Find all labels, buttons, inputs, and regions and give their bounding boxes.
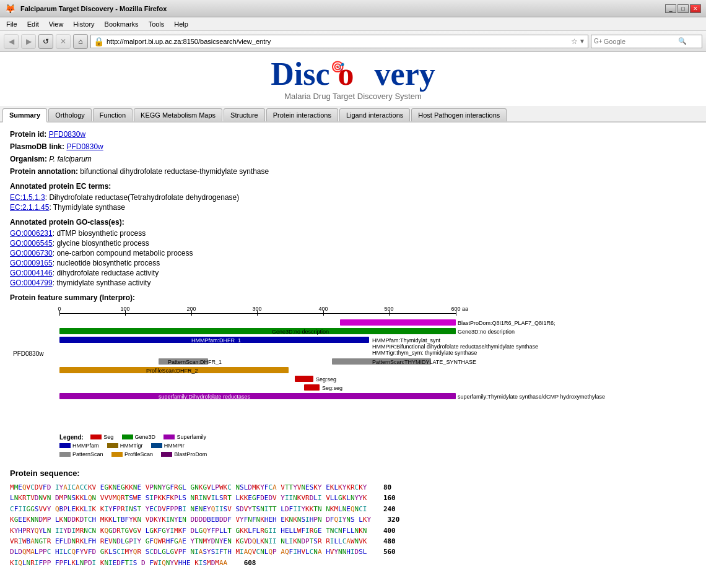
scale-label-0: 0 (58, 306, 61, 312)
ec-item-1: EC:2.1.1.45: Thymidylate synthase (10, 203, 696, 212)
go-desc-3: nucleotide biosynthetic process (56, 259, 160, 267)
stop-button[interactable]: ✕ (56, 34, 71, 49)
feature-seg-1-label: Seg:seg (316, 376, 336, 383)
feature-hmmtigr-label: HMMTigr:thym_sym: thymidylate synthase (372, 350, 477, 356)
go-id-3[interactable]: GO:0009165 (10, 259, 53, 267)
scale-label-100: 100 (120, 306, 129, 312)
tab-structure[interactable]: Structure (224, 108, 265, 121)
feature-gene3d-label2: Gene3D:no description (458, 329, 515, 335)
go-desc-5: thymidylate synthase activity (56, 279, 150, 287)
ec-desc-1: Thymidylate synthase (53, 203, 125, 212)
seq-line-6: VRIWBANGTR EFLDNRKLFH REVNDLGPIY GFQWRHF… (10, 537, 696, 546)
maximize-button[interactable]: □ (678, 4, 689, 13)
go-list: GO:0006231: dTMP biosynthetic process GO… (10, 229, 696, 287)
tab-kegg[interactable]: KEGG Metabolism Maps (134, 108, 222, 121)
feature-hmmpir-label: HMMPIR:Bifunctional dihydrofolate reduct… (372, 344, 538, 350)
target-icon: 🎯 (331, 61, 344, 72)
go-id-5[interactable]: GO:0004799 (10, 279, 53, 287)
legend-superfamily-color (163, 435, 175, 439)
legend-hmmtigr-color (107, 443, 118, 448)
tab-function[interactable]: Function (93, 108, 133, 121)
legend-gene3d-color (122, 435, 133, 439)
menu-tools[interactable]: Tools (145, 19, 168, 29)
go-id-0[interactable]: GO:0006231 (10, 229, 53, 238)
go-item-3: GO:0009165: nucleotide biosynthetic proc… (10, 259, 696, 267)
protein-id-label: Protein id: (10, 130, 46, 139)
back-button[interactable]: ◀ (4, 34, 19, 49)
address-bar[interactable]: 🔒 ☆ ▼ (90, 35, 588, 48)
scale-label-200: 200 (186, 306, 196, 312)
protein-id-row: Protein id: PFD0830w (10, 130, 696, 139)
minimize-button[interactable]: _ (665, 4, 676, 13)
menu-edit[interactable]: Edit (24, 19, 43, 29)
legend-blastprodom-color (161, 452, 172, 457)
scale-bar: 0 100 200 300 400 500 600 aa (59, 306, 456, 317)
legend-blastprodom: BlastProDom (161, 451, 207, 457)
tab-orthology[interactable]: Orthology (48, 108, 92, 121)
feature-seg-2-label: Seg:seg (322, 385, 342, 391)
go-id-1[interactable]: GO:0006545 (10, 239, 53, 248)
menu-file[interactable]: File (2, 19, 21, 29)
discovery-subtitle: Malaria Drug Target Discovery System (0, 92, 706, 101)
seq-line-3: CFIIGGSVVY QBPLEKKLIK KIYFPRINST YECDVFP… (10, 504, 696, 514)
go-item-0: GO:0006231: dTMP biosynthetic process (10, 229, 696, 238)
interpro-diagram: 0 100 200 300 400 500 600 aa (59, 306, 696, 459)
go-desc-2: one-carbon compound metabolic process (56, 249, 193, 257)
feature-patternscan-dhfr-label: PatternScan:DHFR_1 (168, 359, 222, 365)
feature-gene3d-label: Gene3D:no description (272, 329, 329, 335)
menu-bookmarks[interactable]: Bookmarks (101, 19, 142, 29)
tabs-container: Summary Orthology Function KEGG Metaboli… (0, 106, 706, 123)
annotation-row: Protein annotation: bifunctional dihydro… (10, 167, 696, 176)
ec-item-0: EC:1.5.1.3: Dihydrofolate reductase(Tetr… (10, 193, 696, 202)
plasmo-value[interactable]: PFD0830w (66, 142, 103, 151)
dropdown-arrow[interactable]: ▼ (579, 38, 585, 45)
seq-line-1: MMEQVCDVFD IYAICACCKV EGKNEGKKNE VPNNYGF… (10, 483, 696, 492)
window-title: Falciparum Target Discovery - Mozilla Fi… (20, 5, 660, 12)
go-desc-0: dTMP biosynthetic process (56, 229, 146, 238)
close-button[interactable]: ✕ (690, 4, 701, 13)
google-icon: G+ (594, 38, 603, 45)
page-content: Disc o 🎯 very Malaria Drug Target Discov… (0, 52, 706, 588)
window-controls[interactable]: _ □ ✕ (665, 4, 701, 13)
home-button[interactable]: ⌂ (73, 34, 88, 49)
discovery-header: Disc o 🎯 very Malaria Drug Target Discov… (0, 52, 706, 106)
address-input[interactable] (107, 38, 569, 45)
tab-ligand-interactions[interactable]: Ligand interactions (339, 108, 410, 121)
go-item-2: GO:0006730: one-carbon compound metaboli… (10, 249, 696, 257)
forward-button[interactable]: ▶ (21, 34, 36, 49)
tab-summary[interactable]: Summary (2, 108, 47, 123)
interpro-section: Protein feature summary (Interpro): 0 10… (10, 293, 696, 459)
ec-list: EC:1.5.1.3: Dihydrofolate reductase(Tetr… (10, 193, 696, 212)
menu-bar: File Edit View History Bookmarks Tools H… (0, 17, 706, 31)
menu-view[interactable]: View (45, 19, 68, 29)
protein-row: PFD0830w BlastProDom:Q8I1R6_PLAF7_Q8I1R6… (59, 319, 696, 428)
scale-line (59, 313, 456, 314)
tab-protein-interactions[interactable]: Protein interactions (266, 108, 338, 121)
scale-label-400: 400 (318, 306, 328, 312)
plasmo-label: PlasmoDB link: (10, 142, 64, 151)
search-icon[interactable]: 🔍 (678, 37, 687, 45)
ec-id-1[interactable]: EC:2.1.1.45 (10, 203, 49, 212)
legend-seg-color (90, 435, 102, 439)
search-bar[interactable]: G+ 🔍 (591, 35, 702, 48)
go-item-1: GO:0006545: glycine biosynthetic process (10, 239, 696, 248)
bookmark-icon[interactable]: ☆ (571, 37, 578, 46)
menu-history[interactable]: History (69, 19, 98, 29)
menu-help[interactable]: Help (170, 19, 192, 29)
feature-bars: BlastProDom:Q8I1R6_PLAF7_Q8I1R6; Gene3D:… (59, 319, 654, 428)
organism-label: Organism: (10, 155, 47, 163)
ec-header: Annotated protein EC terms: (10, 182, 696, 191)
go-id-4[interactable]: GO:0004146 (10, 269, 53, 277)
reload-button[interactable]: ↺ (38, 34, 53, 49)
legend-label: Legend: (59, 434, 84, 441)
scale-label-600: 600 (451, 306, 460, 312)
go-desc-1: glycine biosynthetic process (56, 239, 149, 248)
tab-host-pathogen[interactable]: Host Pathogen interactions (411, 108, 507, 121)
protein-id-value[interactable]: PFD0830w (49, 130, 85, 139)
toolbar: ◀ ▶ ↺ ✕ ⌂ 🔒 ☆ ▼ G+ 🔍 (0, 31, 706, 52)
annotation-label: Protein annotation: (10, 167, 78, 176)
search-input[interactable] (604, 38, 678, 45)
logo-o-icon: o 🎯 (330, 56, 362, 92)
go-id-2[interactable]: GO:0006730 (10, 249, 53, 257)
ec-id-0[interactable]: EC:1.5.1.3 (10, 193, 45, 202)
